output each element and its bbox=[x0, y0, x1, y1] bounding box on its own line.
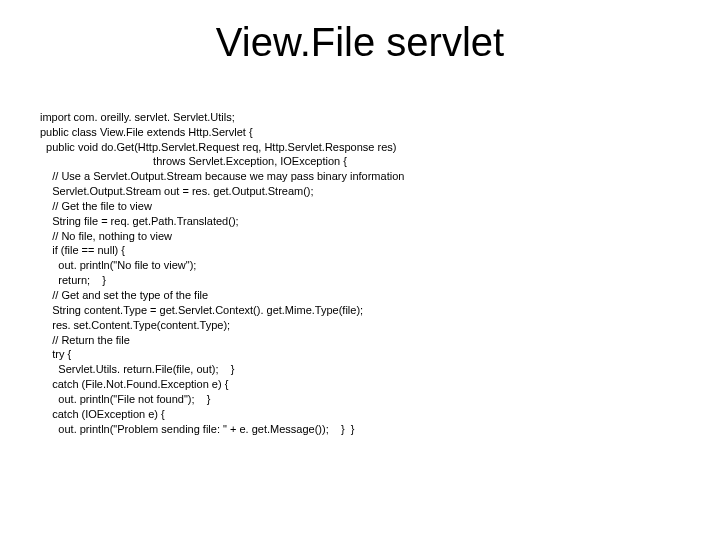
code-line: Servlet.Utils. return.File(file, out); } bbox=[40, 363, 234, 375]
code-line: String file = req. get.Path.Translated()… bbox=[40, 215, 239, 227]
code-line: String content.Type = get.Servlet.Contex… bbox=[40, 304, 363, 316]
code-line: return; } bbox=[40, 274, 106, 286]
code-line: res. set.Content.Type(content.Type); bbox=[40, 319, 230, 331]
code-line: if (file == null) { bbox=[40, 244, 125, 256]
code-line: // Get and set the type of the file bbox=[40, 289, 208, 301]
code-line: out. println("File not found"); } bbox=[40, 393, 210, 405]
code-line: out. println("Problem sending file: " + … bbox=[40, 423, 354, 435]
code-line: // No file, nothing to view bbox=[40, 230, 172, 242]
code-line: try { bbox=[40, 348, 71, 360]
code-line: catch (IOException e) { bbox=[40, 408, 165, 420]
code-line: // Use a Servlet.Output.Stream because w… bbox=[40, 170, 404, 182]
code-line: out. println("No file to view"); bbox=[40, 259, 196, 271]
code-line: throws Servlet.Exception, IOException { bbox=[40, 155, 347, 167]
slide-title: View.File servlet bbox=[0, 20, 720, 65]
code-line: import com. oreilly. servlet. Servlet.Ut… bbox=[40, 111, 235, 123]
code-line: public class View.File extends Http.Serv… bbox=[40, 126, 253, 138]
code-line: // Get the file to view bbox=[40, 200, 152, 212]
code-line: // Return the file bbox=[40, 334, 130, 346]
code-line: catch (File.Not.Found.Exception e) { bbox=[40, 378, 228, 390]
code-line: Servlet.Output.Stream out = res. get.Out… bbox=[40, 185, 314, 197]
code-line: public void do.Get(Http.Servlet.Request … bbox=[40, 141, 396, 153]
code-block: import com. oreilly. servlet. Servlet.Ut… bbox=[40, 95, 680, 436]
